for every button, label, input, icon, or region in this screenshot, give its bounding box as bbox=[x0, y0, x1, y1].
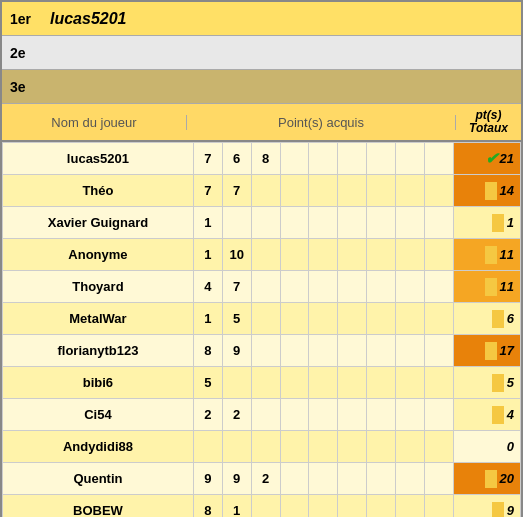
total-cell: 6 bbox=[453, 303, 520, 335]
total-cell: ✔21 bbox=[453, 143, 520, 175]
player-name: Théo bbox=[3, 175, 194, 207]
point-cell: 10 bbox=[222, 239, 251, 271]
table-row: Andydidi880 bbox=[3, 431, 521, 463]
point-cell: 1 bbox=[193, 207, 222, 239]
checkmark-icon: ✔ bbox=[485, 149, 498, 168]
col-header-total: pt(s) Totaux bbox=[456, 109, 521, 135]
point-cell bbox=[396, 271, 425, 303]
point-cell bbox=[338, 431, 367, 463]
point-cell bbox=[338, 399, 367, 431]
color-indicator bbox=[492, 374, 504, 392]
point-cell bbox=[367, 271, 396, 303]
point-cell bbox=[309, 431, 338, 463]
point-cell bbox=[251, 239, 280, 271]
point-cell bbox=[338, 303, 367, 335]
total-value: 4 bbox=[507, 407, 514, 422]
point-cell: 2 bbox=[222, 399, 251, 431]
scores-table: lucas5201768✔21Théo7714Xavier Guignard11… bbox=[2, 142, 521, 517]
total-value: 17 bbox=[500, 343, 514, 358]
point-cell bbox=[396, 335, 425, 367]
player-name: Andydidi88 bbox=[3, 431, 194, 463]
point-cell bbox=[396, 463, 425, 495]
player-name: Quentin bbox=[3, 463, 194, 495]
point-cell bbox=[425, 143, 454, 175]
point-cell bbox=[367, 239, 396, 271]
table-row: BOBEW819 bbox=[3, 495, 521, 518]
point-cell: 9 bbox=[193, 463, 222, 495]
table-row: Ci54224 bbox=[3, 399, 521, 431]
point-cell bbox=[367, 143, 396, 175]
total-value: 11 bbox=[500, 279, 514, 294]
point-cell bbox=[338, 143, 367, 175]
color-indicator bbox=[492, 214, 504, 232]
total-value: 14 bbox=[500, 183, 514, 198]
point-cell bbox=[396, 399, 425, 431]
point-cell bbox=[251, 367, 280, 399]
point-cell bbox=[338, 495, 367, 518]
point-cell bbox=[280, 303, 309, 335]
total-cell: 5 bbox=[453, 367, 520, 399]
point-cell: 5 bbox=[193, 367, 222, 399]
point-cell bbox=[309, 367, 338, 399]
color-indicator bbox=[485, 246, 497, 264]
point-cell bbox=[396, 495, 425, 518]
table-row: lucas5201768✔21 bbox=[3, 143, 521, 175]
rank-first-name: lucas5201 bbox=[50, 10, 127, 28]
point-cell bbox=[222, 367, 251, 399]
color-indicator bbox=[485, 182, 497, 200]
total-value: 0 bbox=[507, 439, 514, 454]
point-cell: 8 bbox=[193, 335, 222, 367]
point-cell bbox=[338, 207, 367, 239]
point-cell bbox=[251, 175, 280, 207]
player-name: Thoyard bbox=[3, 271, 194, 303]
total-cell: 0 bbox=[453, 431, 520, 463]
point-cell bbox=[280, 335, 309, 367]
total-cell: 4 bbox=[453, 399, 520, 431]
point-cell bbox=[251, 495, 280, 518]
total-cell: 11 bbox=[453, 271, 520, 303]
total-value: 21 bbox=[500, 151, 514, 166]
point-cell: 6 bbox=[222, 143, 251, 175]
point-cell bbox=[309, 207, 338, 239]
table-row: florianytb1238917 bbox=[3, 335, 521, 367]
rank-second-label: 2e bbox=[10, 45, 50, 61]
point-cell bbox=[309, 399, 338, 431]
point-cell bbox=[367, 399, 396, 431]
point-cell bbox=[280, 367, 309, 399]
point-cell bbox=[309, 303, 338, 335]
point-cell: 5 bbox=[222, 303, 251, 335]
player-name: bibi6 bbox=[3, 367, 194, 399]
point-cell: 9 bbox=[222, 463, 251, 495]
point-cell bbox=[309, 463, 338, 495]
point-cell bbox=[367, 335, 396, 367]
point-cell bbox=[280, 399, 309, 431]
table-header: Nom du joueur Point(s) acquis pt(s) Tota… bbox=[2, 104, 521, 142]
color-indicator bbox=[485, 278, 497, 296]
total-cell: 11 bbox=[453, 239, 520, 271]
total-cell: 14 bbox=[453, 175, 520, 207]
point-cell bbox=[396, 207, 425, 239]
point-cell bbox=[396, 367, 425, 399]
point-cell bbox=[251, 271, 280, 303]
point-cell bbox=[396, 143, 425, 175]
point-cell bbox=[425, 303, 454, 335]
table-row: Anonyme11011 bbox=[3, 239, 521, 271]
point-cell bbox=[309, 271, 338, 303]
player-name: florianytb123 bbox=[3, 335, 194, 367]
rank-second-row: 2e bbox=[2, 36, 521, 70]
color-indicator bbox=[485, 470, 497, 488]
point-cell bbox=[251, 207, 280, 239]
point-cell bbox=[251, 431, 280, 463]
point-cell: 2 bbox=[193, 399, 222, 431]
point-cell bbox=[425, 239, 454, 271]
total-value: 1 bbox=[507, 215, 514, 230]
point-cell bbox=[425, 463, 454, 495]
color-indicator bbox=[492, 406, 504, 424]
player-name: Ci54 bbox=[3, 399, 194, 431]
point-cell bbox=[280, 271, 309, 303]
player-name: lucas5201 bbox=[3, 143, 194, 175]
point-cell bbox=[280, 431, 309, 463]
point-cell bbox=[367, 207, 396, 239]
point-cell bbox=[338, 463, 367, 495]
point-cell bbox=[338, 239, 367, 271]
